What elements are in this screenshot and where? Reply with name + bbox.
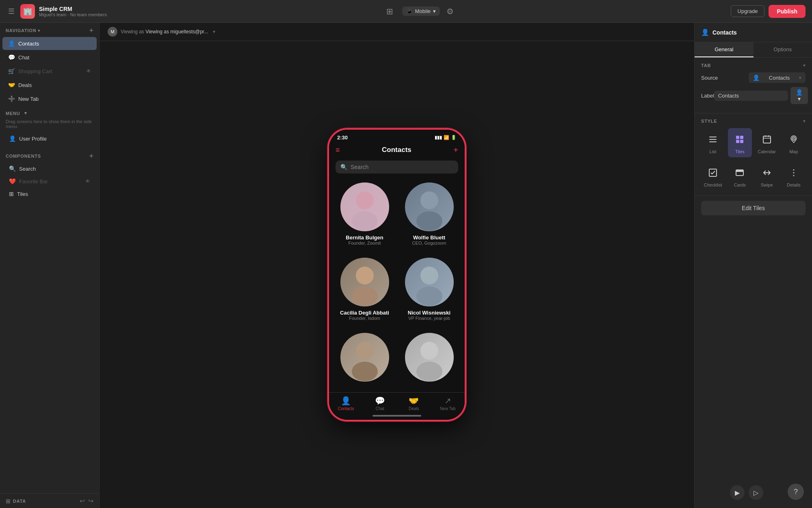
topbar-center: ⊞ 📱 Mobile ▾ ⚙	[384, 4, 454, 19]
contacts-header-icon: 👤	[701, 28, 709, 36]
contact-card-p6[interactable]	[397, 328, 461, 392]
style-option-calendar[interactable]: Calendar	[755, 128, 779, 157]
contact-avatar-bernita	[340, 182, 389, 231]
phone-tab-new-tab[interactable]: ↗ New Tab	[431, 396, 465, 411]
style-option-tiles[interactable]: Tiles	[728, 128, 751, 157]
add-navigation-button[interactable]: +	[89, 27, 93, 34]
sidebar-item-chat[interactable]: 💬 Chat	[2, 51, 97, 64]
viewing-as-label: Viewing as	[121, 29, 145, 35]
phone-tab-chat-icon: 💬	[375, 396, 385, 406]
viewer-text: Viewing as Viewing as migueltests@pr...	[121, 29, 208, 35]
help-button-wrapper: ?	[788, 484, 804, 500]
tiles-style-icon	[732, 131, 748, 148]
phone-tab-bar: 👤 Contacts 💬 Chat 🤝 Deals ↗ New Tab	[329, 392, 465, 412]
details-style-label: Details	[787, 182, 801, 187]
source-field: Source 👤 Contacts ▾	[701, 72, 806, 83]
calendar-style-label: Calendar	[758, 149, 776, 154]
swipe-style-label: Swipe	[761, 182, 773, 187]
right-panel-body: TAB ▾ Source 👤 Contacts ▾ Label 👤▾	[695, 58, 812, 508]
style-option-map[interactable]: Map	[782, 128, 806, 157]
svg-point-12	[356, 342, 374, 360]
source-value: Contacts	[769, 75, 790, 81]
details-style-icon	[786, 165, 802, 181]
phone-tab-new-tab-icon: ↗	[444, 396, 451, 406]
phone-tab-deals[interactable]: 🤝 Deals	[397, 396, 431, 411]
signal-icon: ▮▮▮	[435, 135, 442, 140]
device-selector[interactable]: 📱 Mobile ▾	[402, 7, 440, 16]
contact-card-cacilia[interactable]: Cacilia Degli Abbati Founder, Isdom	[332, 253, 397, 328]
style-option-swipe[interactable]: Swipe	[755, 161, 779, 191]
style-option-cards[interactable]: Cards	[728, 161, 751, 191]
user-profile-menu-label: User Profile	[19, 136, 47, 142]
search-comp-icon: 🔍	[9, 165, 16, 172]
contact-avatar-p6	[405, 333, 454, 382]
contact-card-p5[interactable]	[332, 328, 397, 392]
phone-status-bar: 2:30 ▮▮▮ 📶 🔋	[329, 130, 465, 142]
label-input[interactable]	[714, 91, 788, 101]
undo-button[interactable]: ↩	[80, 497, 85, 505]
tab-config-chevron-icon[interactable]: ▾	[803, 63, 806, 68]
contact-card-wolfie[interactable]: Wolfie Bluett CEO, Gogozoom	[397, 178, 461, 253]
map-style-icon	[786, 131, 802, 148]
hamburger-menu-icon[interactable]: ☰	[6, 5, 16, 17]
component-tiles[interactable]: ⊞ Tiles	[6, 188, 93, 200]
edit-tiles-button[interactable]: Edit Tiles	[701, 201, 806, 215]
phone-tab-contacts-label: Contacts	[338, 406, 354, 411]
main-layout: NAVIGATION ▾ + 👤 Contacts 💬 Chat 🛒 Shopp…	[0, 23, 812, 508]
add-component-button[interactable]: +	[89, 152, 93, 160]
contact-name-wolfie: Wolfie Bluett	[413, 234, 445, 241]
svg-point-6	[356, 267, 374, 284]
style-option-list[interactable]: List	[701, 128, 725, 157]
upgrade-button[interactable]: Upgrade	[731, 5, 765, 17]
viewer-avatar: M	[108, 27, 117, 37]
phone-tab-contacts[interactable]: 👤 Contacts	[329, 396, 363, 411]
help-button[interactable]: ?	[788, 484, 804, 500]
sidebar-item-deals[interactable]: 🤝 Deals	[2, 78, 97, 91]
redo-button[interactable]: ↪	[88, 497, 93, 505]
label-field: Label 👤▾	[701, 87, 806, 104]
sidebar-item-contacts[interactable]: 👤 Contacts	[2, 37, 97, 50]
phone-search-input[interactable]: 🔍 Search	[336, 161, 458, 174]
settings-button[interactable]: ⚙	[446, 7, 454, 16]
svg-rect-25	[763, 136, 771, 143]
phone-hamburger-icon[interactable]: ≡	[336, 146, 340, 154]
deals-nav-label: Deals	[18, 82, 32, 88]
phone-search-bar: 🔍 Search	[329, 158, 465, 178]
style-options-row2: Checklist Cards	[701, 161, 806, 191]
svg-rect-20	[709, 141, 717, 142]
phone-tab-chat[interactable]: 💬 Chat	[363, 396, 397, 411]
app-title: Simple CRM	[39, 6, 107, 12]
contact-card-nicol[interactable]: Nicol Wisniewski VP Finance, year-job	[397, 253, 461, 328]
svg-rect-19	[709, 139, 717, 140]
source-dropdown[interactable]: 👤 Contacts ▾	[749, 72, 806, 83]
contact-name-cacilia: Cacilia Degli Abbati	[340, 310, 389, 316]
style-option-details[interactable]: Details	[782, 161, 806, 191]
svg-point-3	[420, 191, 438, 209]
style-label: STYLE	[701, 119, 717, 124]
label-icon-button[interactable]: 👤▾	[790, 87, 808, 104]
svg-rect-33	[736, 170, 743, 172]
tab-general[interactable]: General	[695, 42, 754, 57]
chat-nav-icon: 💬	[8, 54, 15, 61]
checklist-style-label: Checklist	[704, 182, 722, 187]
contact-role-bernita: Founder, Zoomit	[348, 241, 381, 245]
component-search[interactable]: 🔍 Search	[6, 163, 93, 175]
phone-add-icon[interactable]: +	[453, 145, 458, 155]
data-icon: ⊞	[6, 498, 11, 504]
menu-item-user-profile[interactable]: 👤 User Profile	[6, 132, 93, 145]
phone-tab-deals-icon: 🤝	[409, 396, 419, 406]
contact-card-bernita[interactable]: Bernita Bulgen Founder, Zoomit	[332, 178, 397, 253]
sidebar-item-shopping-cart[interactable]: 🛒 Shopping Cart 👁	[2, 65, 97, 78]
style-option-checklist[interactable]: Checklist	[701, 161, 725, 191]
component-favorite-bar[interactable]: ❤️ Favorite Bar 👁	[6, 175, 93, 187]
sidebar-item-new-tab[interactable]: ➕ New Tab	[2, 92, 97, 105]
tab-options[interactable]: Options	[754, 42, 812, 57]
viewer-dropdown-icon[interactable]: ▾	[213, 29, 215, 35]
navigation-section-header: NAVIGATION ▾ +	[0, 23, 99, 37]
contacts-nav-label: Contacts	[18, 41, 39, 47]
phone-tab-chat-label: Chat	[376, 406, 384, 411]
publish-button[interactable]: Publish	[769, 5, 806, 18]
style-chevron-icon[interactable]: ▾	[803, 118, 806, 124]
grid-layout-button[interactable]: ⊞	[384, 4, 396, 19]
source-label: Source	[701, 75, 718, 81]
